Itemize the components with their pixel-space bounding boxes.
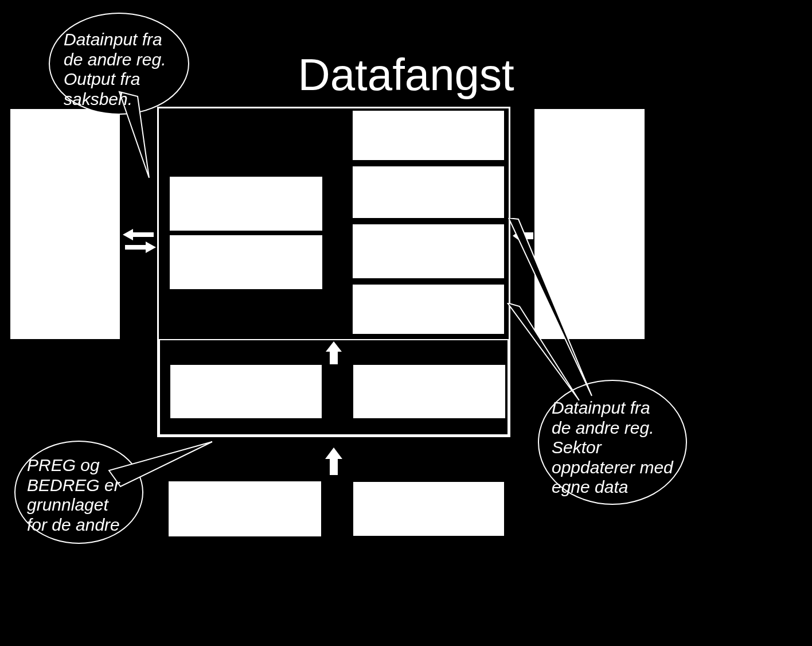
lower-inner-left — [169, 364, 323, 419]
callout-bottom-left: PREG og BEDREG er grunnlaget for de andr… — [14, 441, 143, 544]
inner-left-box-2 — [169, 234, 323, 290]
svg-marker-3 — [326, 341, 342, 364]
arrow-up-mid-icon — [326, 341, 342, 364]
svg-marker-8 — [508, 303, 579, 400]
callout-bottom-right: Datainput fra de andre reg. Sektor oppda… — [538, 380, 687, 505]
arrow-up-bottom-icon — [325, 447, 342, 475]
inner-right-box-4 — [352, 283, 505, 335]
svg-marker-0 — [123, 229, 154, 240]
inner-right-box-1 — [352, 110, 505, 161]
callout-top-left: Datainput fra de andre reg. Output fra s… — [49, 13, 189, 115]
svg-marker-4 — [325, 447, 342, 475]
svg-marker-1 — [125, 242, 156, 253]
inner-right-box-2 — [352, 165, 505, 219]
inner-left-box-1 — [169, 176, 323, 232]
inner-right-box-3 — [352, 223, 505, 279]
double-arrow-left-icon — [123, 227, 156, 255]
lower-inner-right — [352, 364, 506, 419]
bottom-right-box — [352, 481, 505, 537]
